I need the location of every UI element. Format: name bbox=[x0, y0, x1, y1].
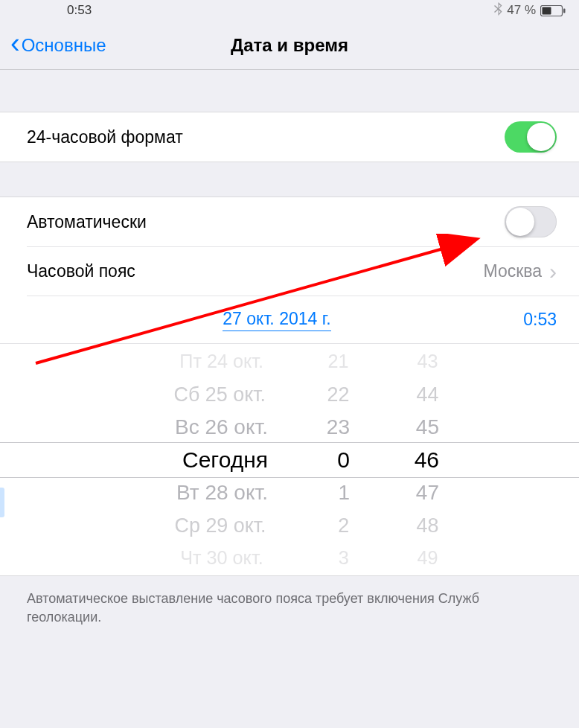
picker-item: 45 bbox=[416, 411, 439, 444]
bluetooth-icon bbox=[494, 2, 502, 19]
picker-item: 2 bbox=[339, 509, 350, 540]
group-24h: 24-часовой формат bbox=[0, 112, 579, 162]
picker-item: 21 bbox=[327, 347, 348, 377]
picker-col-date[interactable]: Пт 24 окт. Сб 25 окт. Вс 26 окт. Сегодня… bbox=[67, 344, 283, 575]
group-auto-tz: Автоматически Часовой пояс Москва › 27 о… bbox=[0, 197, 579, 576]
picker-item: Вс 26 окт. bbox=[175, 411, 268, 444]
picker-item: 23 bbox=[327, 411, 350, 444]
row-label: Автоматически bbox=[27, 212, 147, 232]
picker-item-selected: Сегодня bbox=[182, 444, 268, 476]
back-button[interactable]: ‹ Основные bbox=[0, 35, 106, 56]
selected-time: 0:53 bbox=[482, 310, 557, 330]
battery-percent: 47 % bbox=[507, 3, 536, 18]
picker-item: Ср 29 окт. bbox=[174, 509, 266, 540]
picker-item: 22 bbox=[327, 378, 349, 409]
selected-date: 27 окт. 2014 г. bbox=[223, 309, 330, 331]
nav-bar: ‹ Основные Дата и время bbox=[0, 21, 579, 70]
picker-item: 43 bbox=[417, 347, 438, 377]
row-label: Часовой пояс bbox=[27, 261, 135, 281]
picker-item: 48 bbox=[416, 509, 438, 540]
picker-item: 1 bbox=[338, 476, 350, 509]
picker-item: 3 bbox=[339, 543, 349, 573]
status-bar: 0:53 47 % bbox=[0, 0, 579, 21]
picker-item: 44 bbox=[416, 378, 438, 409]
picker-col-minute[interactable]: 43 44 45 46 47 48 49 bbox=[365, 344, 447, 575]
chevron-left-icon: ‹ bbox=[10, 35, 20, 52]
picker-item-selected: 46 bbox=[415, 444, 439, 476]
picker-item: Вт 28 окт. bbox=[176, 476, 268, 509]
timezone-value: Москва bbox=[483, 261, 542, 281]
picker-item: Чт 30 окт. bbox=[180, 543, 263, 573]
row-label: 24-часовой формат bbox=[27, 127, 183, 147]
toggle-automatic[interactable] bbox=[505, 206, 557, 237]
back-label: Основные bbox=[22, 35, 106, 56]
picker-item-selected: 0 bbox=[337, 444, 350, 476]
footer-note: Автоматическое выставление часового пояс… bbox=[0, 576, 579, 627]
picker-item: Сб 25 окт. bbox=[174, 378, 266, 409]
row-timezone[interactable]: Часовой пояс Москва › bbox=[27, 246, 579, 296]
battery-icon bbox=[540, 5, 566, 16]
picker-item: 47 bbox=[416, 476, 439, 509]
picker-item: 49 bbox=[417, 543, 438, 573]
datetime-picker[interactable]: Пт 24 окт. Сб 25 окт. Вс 26 окт. Сегодня… bbox=[0, 343, 579, 575]
picker-col-hour[interactable]: 21 22 23 0 1 2 3 bbox=[283, 344, 365, 575]
row-24h-format: 24-часовой формат bbox=[0, 112, 579, 162]
picker-item: Пт 24 окт. bbox=[179, 347, 263, 377]
svg-rect-1 bbox=[543, 7, 551, 14]
svg-rect-2 bbox=[563, 8, 566, 13]
chevron-right-icon: › bbox=[549, 259, 557, 284]
row-selected-datetime[interactable]: 27 окт. 2014 г. 0:53 bbox=[27, 296, 579, 343]
row-automatic: Автоматически bbox=[0, 197, 579, 246]
toggle-24h[interactable] bbox=[505, 121, 557, 153]
status-time: 0:53 bbox=[67, 3, 92, 18]
scroll-indicator bbox=[0, 488, 4, 517]
status-right: 47 % bbox=[494, 2, 566, 19]
